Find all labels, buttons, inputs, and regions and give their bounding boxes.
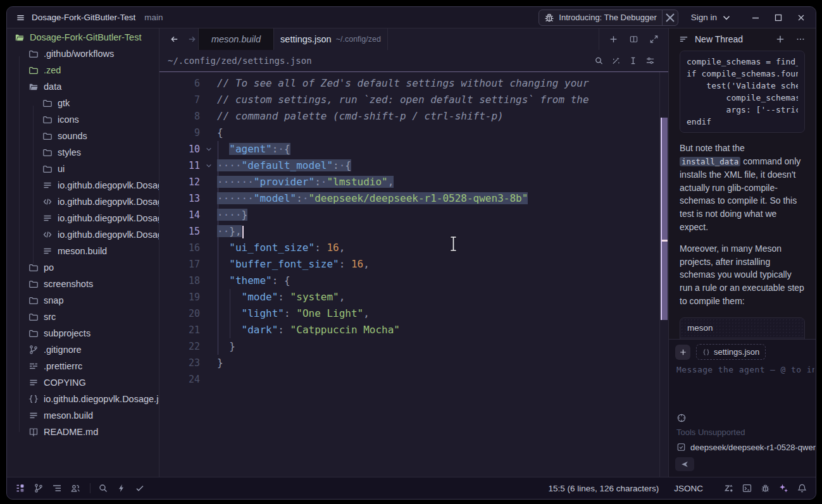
assistant-panel-icon[interactable]: [778, 483, 789, 493]
edit-prediction-icon[interactable]: [723, 483, 734, 493]
tree-item[interactable]: icons: [7, 111, 159, 128]
tree-item[interactable]: sounds: [7, 128, 159, 144]
tree-item[interactable]: styles: [7, 144, 159, 161]
tree-item[interactable]: .prettierrc: [7, 358, 159, 374]
context-chip-settings-json[interactable]: settings.json: [696, 344, 766, 360]
tree-item[interactable]: README.md: [7, 424, 159, 440]
tab-settings-json[interactable]: settings.json ~/.config/zed: [274, 28, 388, 50]
diagnostics-icon[interactable]: [116, 483, 127, 493]
debugger-panel-icon[interactable]: [760, 483, 771, 493]
debugger-promo-pill[interactable]: Introducing: The Debugger: [539, 9, 678, 26]
code-area[interactable]: 6// To see all of Zed's default settings…: [159, 72, 668, 477]
code-line[interactable]: 8// command palette (cmd-shift-p / ctrl-…: [159, 108, 659, 125]
code-line[interactable]: 22 }: [159, 338, 659, 355]
code-line[interactable]: 21 "dark": "Catppuccin Mocha": [159, 322, 659, 338]
tree-item[interactable]: meson.build: [7, 243, 159, 259]
tree-item[interactable]: src: [7, 309, 159, 325]
token: :: [314, 242, 321, 254]
editor-scrollbar[interactable]: [659, 72, 668, 477]
sign-in-button[interactable]: Sign in: [691, 13, 717, 22]
language-selector[interactable]: JSONC: [674, 484, 703, 493]
tree-item[interactable]: Dosage-Fork-GitButler-Test: [7, 29, 159, 46]
code-line[interactable]: 16 "ui_font_size": 16,: [159, 240, 659, 256]
expand-pane-icon[interactable]: [649, 34, 659, 44]
cursor-position[interactable]: 15:5 (6 lines, 126 characters): [548, 484, 659, 493]
maximize-button[interactable]: [773, 13, 784, 23]
tree-item[interactable]: screenshots: [7, 276, 159, 292]
tree-item[interactable]: ui: [7, 161, 159, 177]
project-panel-icon[interactable]: [15, 483, 25, 493]
tree-item[interactable]: gtk: [7, 95, 159, 111]
tree-item[interactable]: data: [7, 78, 159, 95]
checks-icon[interactable]: [135, 483, 145, 493]
git-panel-icon[interactable]: [34, 483, 44, 493]
tree-item[interactable]: .gitignore: [7, 341, 159, 358]
code-line[interactable]: 6// To see all of Zed's default settings…: [159, 75, 659, 92]
tree-item[interactable]: po: [7, 259, 159, 276]
tab-label: settings.json: [280, 34, 332, 44]
code-line[interactable]: 12······"provider":·"lmstudio",: [159, 174, 659, 190]
outline-panel-icon[interactable]: [52, 483, 62, 493]
branch-name[interactable]: main: [144, 13, 163, 22]
more-options-icon[interactable]: [795, 34, 806, 44]
model-selector[interactable]: deepseek/deepseek-r1-0528-qwen3-8b: [676, 442, 816, 452]
promo-close-icon[interactable]: [662, 10, 678, 25]
notifications-icon[interactable]: [797, 483, 807, 493]
minimize-button[interactable]: [750, 13, 761, 23]
code-line[interactable]: 13······"model":·"deepseek/deepseek-r1-0…: [159, 190, 659, 207]
tree-item[interactable]: io.github.diegopvlk.Dosage: [7, 177, 159, 194]
back-icon[interactable]: [170, 34, 179, 44]
send-button[interactable]: [675, 457, 694, 471]
tree-item[interactable]: .zed: [7, 62, 159, 78]
breadcrumb-path[interactable]: ~/.config/zed/settings.json: [168, 56, 312, 66]
scrollbar-thumb[interactable]: [661, 118, 668, 320]
text-selection-icon[interactable]: [628, 56, 638, 66]
tree-item[interactable]: COPYING: [7, 374, 159, 391]
code-line[interactable]: 15··},: [159, 223, 659, 240]
search-icon[interactable]: [594, 56, 604, 66]
inline-assist-icon[interactable]: [611, 56, 621, 66]
tree-item[interactable]: io.github.diegopvlk.Dosage: [7, 226, 159, 243]
fold-chevron-icon[interactable]: [200, 145, 217, 153]
app-menu-icon[interactable]: [16, 13, 25, 23]
code-line[interactable]: 17 "buffer_font_size": 16,: [159, 256, 659, 273]
collab-panel-icon[interactable]: [70, 483, 80, 493]
editor-controls-icon[interactable]: [645, 56, 655, 66]
fold-chevron-icon[interactable]: [200, 162, 217, 169]
terminal-panel-icon[interactable]: [742, 483, 752, 493]
code-line[interactable]: 14····}: [159, 207, 659, 223]
project-name[interactable]: Dosage-Fork-GitButler-Test: [32, 13, 135, 22]
tree-item[interactable]: meson.build: [7, 407, 159, 424]
close-button[interactable]: [795, 13, 807, 23]
code-line[interactable]: 24: [159, 371, 659, 388]
project-panel: Dosage-Fork-GitButler-Test.github/workfl…: [7, 28, 159, 477]
inline-code: install_data: [680, 157, 740, 166]
thread-history-icon[interactable]: [679, 34, 688, 44]
chevron-down-icon[interactable]: [721, 13, 732, 23]
tree-item[interactable]: io.github.diegopvlk.Dosage: [7, 210, 159, 226]
message-input[interactable]: Message the agent — @ to inclu: [676, 365, 814, 374]
add-context-button[interactable]: [675, 345, 690, 360]
code-line[interactable]: 20 "light": "One Light",: [159, 305, 659, 322]
code-line[interactable]: 7// custom settings, run `zed: open defa…: [159, 92, 659, 108]
tab-meson-build[interactable]: meson.build: [198, 28, 274, 50]
code-line[interactable]: 19 "mode": "system",: [159, 289, 659, 305]
forward-icon[interactable]: [187, 34, 197, 44]
search-panel-icon[interactable]: [98, 483, 108, 493]
code-line[interactable]: 18 "theme": {: [159, 273, 659, 289]
tree-item[interactable]: io.github.diegopvlk.Dosage: [7, 194, 159, 210]
tree-item[interactable]: snap: [7, 292, 159, 309]
profile-selector-icon[interactable]: [676, 413, 687, 423]
message-composer[interactable]: settings.json Message the agent — @ to i…: [669, 339, 816, 477]
tree-item[interactable]: .github/workflows: [7, 46, 159, 62]
new-thread-icon[interactable]: [775, 34, 785, 44]
code-line[interactable]: 9{: [159, 125, 659, 141]
code-line[interactable]: 10 "agent":·{: [159, 141, 659, 157]
thread-view[interactable]: compile_schemas = find_proif compile_sch…: [669, 50, 816, 340]
split-pane-icon[interactable]: [629, 34, 638, 44]
code-line[interactable]: 11····"default_model":·{: [159, 157, 659, 174]
code-line[interactable]: 23}: [159, 355, 659, 371]
tree-item[interactable]: io.github.diegopvlk.Dosage.jso: [7, 391, 159, 407]
tree-item[interactable]: subprojects: [7, 325, 159, 341]
new-tab-icon[interactable]: [609, 34, 618, 44]
